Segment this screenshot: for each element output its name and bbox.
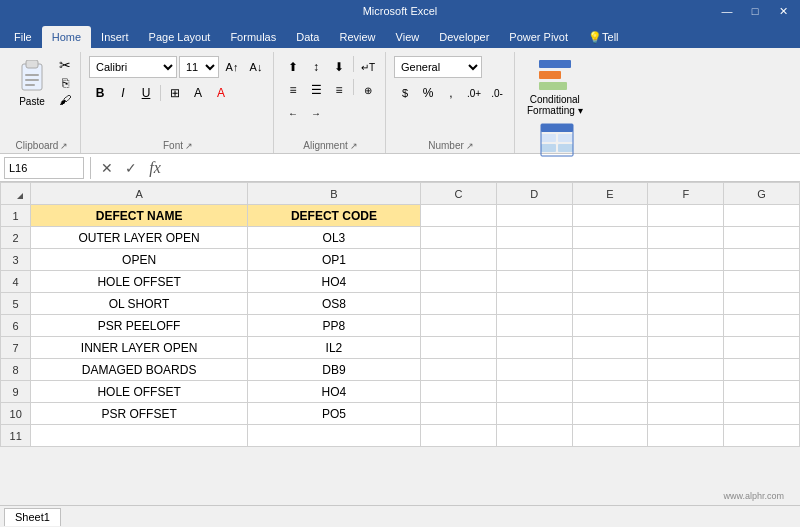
formula-input[interactable] bbox=[169, 157, 796, 179]
row-header-2[interactable]: 2 bbox=[1, 227, 31, 249]
column-header-c[interactable]: C bbox=[421, 183, 497, 205]
cell-5-f[interactable] bbox=[648, 293, 724, 315]
cell-5-c[interactable] bbox=[421, 293, 497, 315]
cell-9-f[interactable] bbox=[648, 381, 724, 403]
cell-1-a[interactable]: DEFECT NAME bbox=[31, 205, 248, 227]
cell-1-d[interactable] bbox=[496, 205, 572, 227]
cell-3-e[interactable] bbox=[572, 249, 648, 271]
cell-9-b[interactable]: HO4 bbox=[247, 381, 420, 403]
cell-2-g[interactable] bbox=[724, 227, 800, 249]
row-header-10[interactable]: 10 bbox=[1, 403, 31, 425]
copy-button[interactable]: ⎘ bbox=[56, 75, 74, 91]
cell-7-g[interactable] bbox=[724, 337, 800, 359]
row-header-5[interactable]: 5 bbox=[1, 293, 31, 315]
cell-3-g[interactable] bbox=[724, 249, 800, 271]
tab-insert[interactable]: Insert bbox=[91, 26, 139, 48]
clipboard-expand-icon[interactable]: ↗ bbox=[60, 141, 68, 151]
row-header-6[interactable]: 6 bbox=[1, 315, 31, 337]
cell-4-c[interactable] bbox=[421, 271, 497, 293]
align-top-button[interactable]: ⬆ bbox=[282, 56, 304, 78]
tab-data[interactable]: Data bbox=[286, 26, 329, 48]
cell-7-f[interactable] bbox=[648, 337, 724, 359]
italic-button[interactable]: I bbox=[112, 82, 134, 104]
align-center-button[interactable]: ☰ bbox=[305, 79, 327, 101]
cell-11-e[interactable] bbox=[572, 425, 648, 447]
tab-developer[interactable]: Developer bbox=[429, 26, 499, 48]
decrease-font-button[interactable]: A↓ bbox=[245, 56, 267, 78]
decrease-decimal-button[interactable]: .0- bbox=[486, 82, 508, 104]
cell-10-f[interactable] bbox=[648, 403, 724, 425]
cell-6-d[interactable] bbox=[496, 315, 572, 337]
cell-11-d[interactable] bbox=[496, 425, 572, 447]
cell-3-c[interactable] bbox=[421, 249, 497, 271]
increase-indent-button[interactable]: → bbox=[305, 102, 327, 124]
column-header-b[interactable]: B bbox=[247, 183, 420, 205]
number-expand-icon[interactable]: ↗ bbox=[466, 141, 474, 151]
cell-9-g[interactable] bbox=[724, 381, 800, 403]
increase-font-button[interactable]: A↑ bbox=[221, 56, 243, 78]
cell-4-b[interactable]: HO4 bbox=[247, 271, 420, 293]
percent-button[interactable]: % bbox=[417, 82, 439, 104]
cell-3-f[interactable] bbox=[648, 249, 724, 271]
font-expand-icon[interactable]: ↗ bbox=[185, 141, 193, 151]
number-format-select[interactable]: General Number Currency Short Date Perce… bbox=[394, 56, 482, 78]
tab-power-pivot[interactable]: Power Pivot bbox=[499, 26, 578, 48]
cell-3-a[interactable]: OPEN bbox=[31, 249, 248, 271]
cell-10-d[interactable] bbox=[496, 403, 572, 425]
cell-9-e[interactable] bbox=[572, 381, 648, 403]
align-bottom-button[interactable]: ⬇ bbox=[328, 56, 350, 78]
tab-page-layout[interactable]: Page Layout bbox=[139, 26, 221, 48]
cell-11-f[interactable] bbox=[648, 425, 724, 447]
wrap-text-button[interactable]: ↵T bbox=[357, 56, 379, 78]
cell-7-b[interactable]: IL2 bbox=[247, 337, 420, 359]
column-header-e[interactable]: E bbox=[572, 183, 648, 205]
increase-decimal-button[interactable]: .0+ bbox=[463, 82, 485, 104]
cell-10-e[interactable] bbox=[572, 403, 648, 425]
font-size-select[interactable]: 11 bbox=[179, 56, 219, 78]
column-header-d[interactable]: D bbox=[496, 183, 572, 205]
cell-4-g[interactable] bbox=[724, 271, 800, 293]
cut-button[interactable]: ✂ bbox=[56, 56, 74, 74]
cell-8-a[interactable]: DAMAGED BOARDS bbox=[31, 359, 248, 381]
cell-3-d[interactable] bbox=[496, 249, 572, 271]
row-header-4[interactable]: 4 bbox=[1, 271, 31, 293]
cell-8-f[interactable] bbox=[648, 359, 724, 381]
cell-10-g[interactable] bbox=[724, 403, 800, 425]
row-header-1[interactable]: 1 bbox=[1, 205, 31, 227]
cell-7-a[interactable]: INNER LAYER OPEN bbox=[31, 337, 248, 359]
cell-2-b[interactable]: OL3 bbox=[247, 227, 420, 249]
row-header-8[interactable]: 8 bbox=[1, 359, 31, 381]
tab-home[interactable]: Home bbox=[42, 26, 91, 48]
cell-1-f[interactable] bbox=[648, 205, 724, 227]
cell-5-a[interactable]: OL SHORT bbox=[31, 293, 248, 315]
cell-10-a[interactable]: PSR OFFSET bbox=[31, 403, 248, 425]
cell-2-c[interactable] bbox=[421, 227, 497, 249]
comma-button[interactable]: , bbox=[440, 82, 462, 104]
cell-4-e[interactable] bbox=[572, 271, 648, 293]
cell-2-a[interactable]: OUTER LAYER OPEN bbox=[31, 227, 248, 249]
cell-8-c[interactable] bbox=[421, 359, 497, 381]
align-middle-button[interactable]: ↕ bbox=[305, 56, 327, 78]
cell-2-d[interactable] bbox=[496, 227, 572, 249]
underline-button[interactable]: U bbox=[135, 82, 157, 104]
cell-11-b[interactable] bbox=[247, 425, 420, 447]
cell-2-f[interactable] bbox=[648, 227, 724, 249]
fill-color-button[interactable]: A bbox=[187, 82, 209, 104]
alignment-expand-icon[interactable]: ↗ bbox=[350, 141, 358, 151]
currency-button[interactable]: $ bbox=[394, 82, 416, 104]
tab-review[interactable]: Review bbox=[329, 26, 385, 48]
cell-5-b[interactable]: OS8 bbox=[247, 293, 420, 315]
tab-view[interactable]: View bbox=[386, 26, 430, 48]
maximize-button[interactable]: □ bbox=[742, 2, 768, 20]
insert-function-button[interactable]: fx bbox=[145, 159, 165, 177]
cell-6-c[interactable] bbox=[421, 315, 497, 337]
minimize-button[interactable]: — bbox=[714, 2, 740, 20]
align-right-button[interactable]: ≡ bbox=[328, 79, 350, 101]
cell-4-f[interactable] bbox=[648, 271, 724, 293]
cell-1-g[interactable] bbox=[724, 205, 800, 227]
column-header-f[interactable]: F bbox=[648, 183, 724, 205]
cell-5-e[interactable] bbox=[572, 293, 648, 315]
cell-6-e[interactable] bbox=[572, 315, 648, 337]
cell-7-d[interactable] bbox=[496, 337, 572, 359]
cell-11-a[interactable] bbox=[31, 425, 248, 447]
